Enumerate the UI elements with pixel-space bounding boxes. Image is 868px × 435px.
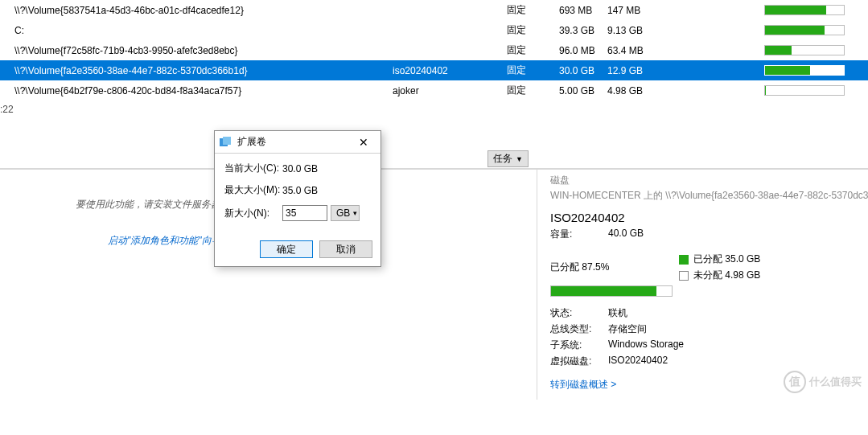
volume-size: 30.0 GB [559,65,607,76]
volume-free: 63.4 MB [607,45,764,56]
watermark: 值 什么值得买 [784,371,862,393]
subsys-label: 子系统: [550,339,608,352]
current-size-label: 当前大小(C): [224,162,282,175]
allocated-pct-label: 已分配 87.5% [550,261,679,274]
vdisk-label: 虚拟磁盘: [550,355,608,368]
allocation-bar [550,285,673,297]
capacity-value: 40.0 GB [608,228,644,241]
tasks-button-label: 任务 [493,152,512,166]
max-size-label: 最大大小(M): [224,183,282,197]
volume-size: 693 MB [559,5,607,16]
bus-label: 总线类型: [550,322,608,336]
status-label: 状态: [550,306,608,320]
volume-path: \\?\Volume{f72c58fc-71b9-4cb3-9950-afefc… [14,45,393,56]
close-icon[interactable]: ✕ [352,136,376,149]
chevron-down-icon: ▼ [516,155,523,163]
table-row[interactable]: C:固定39.3 GB9.13 GB [0,20,868,40]
subsys-value: Windows Storage [608,339,684,352]
usage-bar [764,25,845,35]
tasks-button[interactable]: 任务 ▼ [487,150,529,167]
volume-path: \\?\Volume{5837541a-45d3-46bc-a01c-df4ca… [14,5,393,16]
dialog-title-text: 扩展卷 [237,135,266,149]
volume-type: 固定 [507,3,559,17]
status-value: 联机 [608,306,627,320]
watermark-text: 什么值得买 [809,375,862,389]
usage-bar [764,5,845,15]
allocation-legend: 已分配 35.0 GB 未分配 4.98 GB [679,252,760,282]
volume-label: ajoker [393,85,507,96]
extend-volume-dialog: 扩展卷 ✕ 当前大小(C): 30.0 GB 最大大小(M): 35.0 GB … [214,130,381,267]
volume-label: iso20240402 [393,65,507,76]
usage-bar [764,65,845,76]
disk-host-path: WIN-HOMECENTER 上的 \\?\Volume{fa2e3560-38… [550,189,868,203]
capacity-label: 容量: [550,228,608,241]
volume-type: 固定 [507,23,559,37]
volume-path: C: [14,25,393,36]
table-row[interactable]: \\?\Volume{64b2f79e-c806-420c-bd84-f8a34… [0,80,868,101]
dialog-titlebar[interactable]: 扩展卷 ✕ [215,131,381,154]
ok-button[interactable]: 确定 [260,240,313,258]
right-panel: 磁盘 WIN-HOMECENTER 上的 \\?\Volume{fa2e3560… [537,170,868,400]
dialog-icon [220,137,232,148]
volume-type: 固定 [507,64,559,77]
new-size-input[interactable] [282,205,327,221]
volume-free: 4.98 GB [607,85,764,96]
vdisk-value: ISO20240402 [608,355,668,368]
unit-value: GB [336,207,350,219]
volume-type: 固定 [507,84,559,97]
table-row[interactable]: \\?\Volume{5837541a-45d3-46bc-a01c-df4ca… [0,0,868,20]
current-size-value: 30.0 GB [282,163,318,174]
chevron-down-icon: ▾ [353,209,357,217]
table-row[interactable]: \\?\Volume{f72c58fc-71b9-4cb3-9950-afefc… [0,40,868,60]
volume-free: 12.9 GB [607,65,764,76]
usage-bar [764,85,845,96]
volume-path: \\?\Volume{fa2e3560-38ae-44e7-882c-5370d… [14,65,393,76]
usage-bar [764,45,845,55]
legend-allocated: 已分配 35.0 GB [693,252,760,266]
cancel-button[interactable]: 取消 [319,240,372,258]
volume-type: 固定 [507,43,559,57]
disk-name: ISO20240402 [550,211,868,224]
swatch-unallocated-icon [679,271,689,281]
swatch-allocated-icon [679,255,689,265]
volume-size: 5.00 GB [559,85,607,96]
bottom-panels: 任务 ▼ 要使用此功能，请安装文件服务器角色服务。 启动"添加角色和功能"向导。… [0,169,868,400]
volume-free: 9.13 GB [607,25,764,36]
new-size-label: 新大小(N): [224,207,282,220]
timestamp-fragment: :22 [0,101,868,120]
unit-select[interactable]: GB ▾ [331,205,360,221]
table-row[interactable]: \\?\Volume{fa2e3560-38ae-44e7-882c-5370d… [0,60,868,80]
volume-size: 39.3 GB [559,25,607,36]
volume-size: 96.0 MB [559,45,607,56]
allocation-bar-fill [551,286,656,296]
volume-path: \\?\Volume{64b2f79e-c806-420c-bd84-f8a34… [14,85,393,96]
bus-value: 存储空间 [608,322,647,336]
volume-table: \\?\Volume{5837541a-45d3-46bc-a01c-df4ca… [0,0,868,101]
section-header: 磁盘 [550,174,868,187]
volume-free: 147 MB [607,5,764,16]
legend-unallocated: 未分配 4.98 GB [693,269,760,282]
watermark-icon: 值 [784,371,806,393]
max-size-value: 35.0 GB [282,185,318,196]
